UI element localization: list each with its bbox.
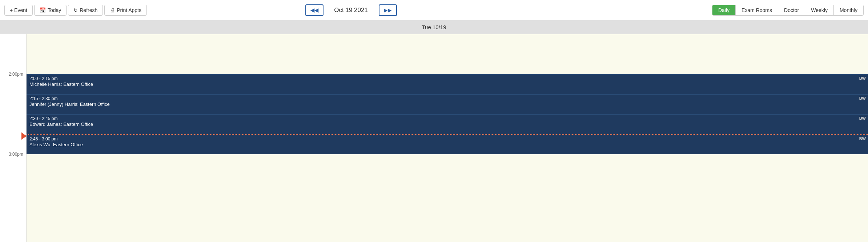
date-label: Oct 19 2021: [326, 7, 377, 14]
toolbar-center: ◀◀ Oct 19 2021 ▶▶: [305, 4, 397, 16]
toolbar-left: + Event 📅 Today ↻ Refresh 🖨 Print Appts: [4, 5, 147, 16]
view-switcher: Daily Exam Rooms Doctor Weekly Monthly: [712, 5, 864, 16]
calendar-icon: 📅: [40, 7, 46, 13]
refresh-icon: ↻: [73, 7, 78, 13]
event-time: 2:15 - 2:30 pm: [29, 96, 865, 101]
event-block[interactable]: 2:45 - 3:00 pm Alexis Wu: Eastern Office…: [27, 134, 868, 154]
event-name: Michelle Harris: Eastern Office: [29, 81, 865, 87]
add-event-button[interactable]: + Event: [4, 5, 33, 16]
event-badge: BW: [859, 76, 866, 80]
event-block[interactable]: 2:15 - 2:30 pm Jennifer (Jenny) Harris: …: [27, 94, 868, 114]
event-badge: BW: [859, 116, 866, 120]
event-time: 2:30 - 2:45 pm: [29, 116, 865, 121]
event-badge: BW: [859, 96, 866, 100]
toolbar: + Event 📅 Today ↻ Refresh 🖨 Print Appts …: [0, 0, 868, 20]
event-time: 2:00 - 2:15 pm: [29, 76, 865, 81]
print-icon: 🖨: [110, 7, 115, 13]
view-monthly-button[interactable]: Monthly: [833, 5, 863, 15]
event-name: Alexis Wu: Eastern Office: [29, 142, 865, 147]
event-name: Edward James: Eastern Office: [29, 122, 865, 127]
events-column: 2:00 - 2:15 pm Michelle Harris: Eastern …: [26, 34, 868, 242]
view-doctor-button[interactable]: Doctor: [778, 5, 805, 15]
event-badge: BW: [859, 136, 866, 141]
next-button[interactable]: ▶▶: [379, 4, 397, 16]
event-block[interactable]: 2:30 - 2:45 pm Edward James: Eastern Off…: [27, 114, 868, 134]
calendar-body: 2:00pm3:00pm 2:00 - 2:15 pm Michelle Har…: [0, 34, 868, 242]
event-name: Jennifer (Jenny) Harris: Eastern Office: [29, 101, 865, 107]
refresh-button[interactable]: ↻ Refresh: [68, 5, 103, 16]
prev-button[interactable]: ◀◀: [305, 4, 324, 16]
time-label: 3:00pm: [9, 152, 23, 157]
time-label: 2:00pm: [9, 72, 23, 77]
today-button[interactable]: 📅 Today: [34, 5, 67, 16]
toolbar-right: Daily Exam Rooms Doctor Weekly Monthly: [712, 5, 864, 16]
print-button[interactable]: 🖨 Print Appts: [104, 5, 147, 16]
event-time: 2:45 - 3:00 pm: [29, 136, 865, 142]
event-block[interactable]: 2:00 - 2:15 pm Michelle Harris: Eastern …: [27, 74, 868, 94]
calendar-day-header: Tue 10/19: [0, 20, 868, 34]
view-daily-button[interactable]: Daily: [712, 5, 735, 15]
view-weekly-button[interactable]: Weekly: [805, 5, 833, 15]
view-exam-rooms-button[interactable]: Exam Rooms: [735, 5, 778, 15]
current-time-indicator: [21, 132, 27, 140]
